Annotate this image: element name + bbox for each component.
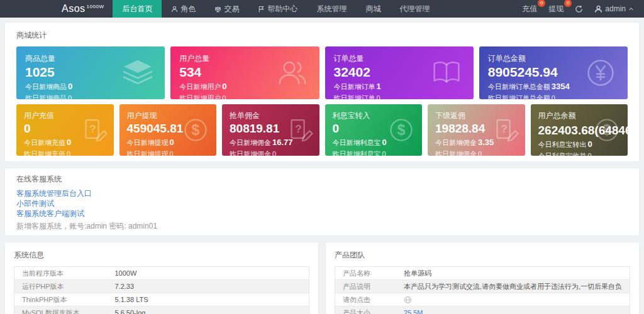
menu-item-help-center[interactable]: 帮助中心 xyxy=(248,0,307,18)
stat-card-users-total: 用户总量 534 今日新增用户0 昨日新增用户0 xyxy=(170,46,319,99)
menu-label: 系统管理 xyxy=(316,4,347,14)
layers-icon xyxy=(121,56,155,90)
page-content: 商城统计 商品总量 1025 今日新增商品0 昨日新增商品0 用户总量 534 … xyxy=(0,18,644,314)
stat-card-order-amount: 订单总金额 8905245.94 今日新增订单总金额3354 昨日新增订单总金额… xyxy=(479,46,628,99)
mall-stats-panel: 商城统计 商品总量 1025 今日新增商品0 昨日新增商品0 用户总量 534 … xyxy=(5,23,639,161)
svg-text:$: $ xyxy=(603,122,611,138)
order-doc-icon: ? xyxy=(284,116,313,144)
product-team-title: 产品团队 xyxy=(335,250,630,261)
yen-icon xyxy=(584,56,618,90)
card-line-yesterday: 昨日新增充值0 xyxy=(24,149,106,156)
service-admin-entry-link[interactable]: 客服系统管理后台入口 xyxy=(16,188,628,198)
card-line-yesterday: 昨日新增商品0 xyxy=(25,94,156,99)
dollar-icon: $ xyxy=(181,116,210,144)
refresh-icon[interactable] xyxy=(575,5,583,13)
table-row: 产品说明 本产品只为学习测试交流,请勿要做商业或者用于违法行为,一切后果自负 xyxy=(335,280,630,293)
scales-icon xyxy=(214,6,221,13)
card-line-yesterday: 昨日新增用户0 xyxy=(179,94,310,99)
order-doc-icon: ? xyxy=(79,116,108,144)
globe-icon[interactable] xyxy=(404,296,412,304)
withdraw-label: 提现 xyxy=(548,4,564,13)
row-label: 产品名称 xyxy=(335,267,396,280)
product-size-link[interactable]: 25.5M xyxy=(404,309,423,314)
card-line-yesterday: 昨日新增订单0 xyxy=(334,94,465,99)
chevron-up-icon xyxy=(628,6,634,12)
menu-label: 角色 xyxy=(180,4,196,14)
menu-item-mall[interactable]: 商城 xyxy=(356,0,390,18)
menu-label: 商城 xyxy=(365,4,380,14)
stat-card-grab-commission: 抢单佣金 80819.81 今日新增佣金16.77 昨日新增佣金0 ? xyxy=(222,104,319,156)
svg-text:$: $ xyxy=(397,122,406,138)
row-value: 5.6.50-log xyxy=(108,306,309,314)
row-value: 本产品只为学习测试交流,请勿要做商业或者用于违法行为,一切后果自负 xyxy=(396,280,630,293)
menu-item-agent-mgmt[interactable]: 代理管理 xyxy=(390,0,439,18)
menu-label: 交易 xyxy=(224,4,239,14)
card-line-yesterday: 昨日新增利息宝0 xyxy=(333,149,415,156)
flag-icon xyxy=(258,6,265,13)
withdraw-badge: 0 xyxy=(564,0,572,7)
main-menu: 后台首页 角色 交易 帮助中心 系统管理 商城 代理管理 xyxy=(113,0,439,18)
top-navbar: Asos1000W 后台首页 角色 交易 帮助中心 系统管理 商城 代理管理 充… xyxy=(0,0,644,18)
card-line-yesterday: 昨日新增佣金0 xyxy=(435,149,518,156)
stat-card-interest-in: 利息宝转入 0 今日新增利息宝0 昨日新增利息宝0 $ xyxy=(325,104,423,156)
widget-test-link[interactable]: 小部件测试 xyxy=(16,198,628,208)
small-cards-row: 用户充值 0 今日新增充值0 昨日新增充值0 ? 用户提现 459045.81 … xyxy=(11,104,633,156)
bottom-panels: 系统信息 当前程序版本 1000W 运行PHP版本 7.2.33 ThinkPH… xyxy=(5,242,639,314)
table-row: 产品名称 抢单源码 xyxy=(335,267,630,280)
service-client-test-link[interactable]: 客服系统客户端测试 xyxy=(16,208,628,219)
system-info-panel: 系统信息 当前程序版本 1000W 运行PHP版本 7.2.33 ThinkPH… xyxy=(5,242,318,314)
table-row: 当前程序版本 1000W xyxy=(14,267,309,280)
logo-version: 1000W xyxy=(87,4,104,9)
menu-label: 代理管理 xyxy=(399,4,430,14)
menu-label: 帮助中心 xyxy=(267,4,297,14)
table-row: ThinkPHP版本 5.1.38 LTS xyxy=(14,293,309,306)
card-line-yesterday: 今日利息宝收益0 xyxy=(538,151,621,156)
recharge-button[interactable]: 充值 0 xyxy=(522,4,537,14)
table-row: 产品大小 25.5M xyxy=(335,306,630,314)
row-value: 抢单源码 xyxy=(396,267,630,280)
dollar-icon: $ xyxy=(387,116,416,144)
menu-item-roles[interactable]: 角色 xyxy=(162,0,205,18)
app-logo: Asos1000W xyxy=(0,0,113,18)
menu-item-trade[interactable]: 交易 xyxy=(205,0,248,18)
dollar-icon: $ xyxy=(592,116,621,144)
withdraw-button[interactable]: 提现 0 xyxy=(548,4,564,14)
service-account-note: 新增客服系统，账号:admin 密码: admin01 xyxy=(16,222,628,231)
username: admin xyxy=(605,4,626,13)
table-row: 请勿点击 xyxy=(335,293,630,306)
stats-panel-title: 商城统计 xyxy=(11,29,633,46)
users-icon xyxy=(275,56,309,90)
online-service-panel: 在线客服系统 客服系统管理后台入口 小部件测试 客服系统客户端测试 新增客服系统… xyxy=(5,168,639,236)
row-value: 5.1.38 LTS xyxy=(108,293,309,306)
recharge-badge: 0 xyxy=(538,0,545,7)
user-menu[interactable]: admin xyxy=(594,4,634,13)
svg-text:?: ? xyxy=(295,122,302,135)
svg-text:?: ? xyxy=(89,122,96,135)
navbar-right: 充值 0 提现 0 admin xyxy=(522,0,644,18)
service-panel-title: 在线客服系统 xyxy=(16,174,628,185)
row-value: 1000W xyxy=(108,267,309,280)
row-label: 当前程序版本 xyxy=(14,267,108,280)
big-cards-row: 商品总量 1025 今日新增商品0 昨日新增商品0 用户总量 534 今日新增用… xyxy=(11,46,633,99)
table-row: MySQL数据库版本 5.6.50-log xyxy=(14,306,309,314)
stat-card-products-total: 商品总量 1025 今日新增商品0 昨日新增商品0 xyxy=(16,46,165,99)
recharge-label: 充值 xyxy=(522,4,537,13)
menu-label: 后台首页 xyxy=(122,4,152,14)
product-team-table: 产品名称 抢单源码 产品说明 本产品只为学习测试交流,请勿要做商业或者用于违法行… xyxy=(335,266,630,314)
table-row: 运行PHP版本 7.2.33 xyxy=(14,280,309,293)
product-team-panel: 产品团队 产品名称 抢单源码 产品说明 本产品只为学习测试交流,请勿要做商业或者… xyxy=(326,242,639,314)
menu-item-system-mgmt[interactable]: 系统管理 xyxy=(307,0,356,18)
menu-item-dashboard[interactable]: 后台首页 xyxy=(113,0,162,18)
system-info-table: 当前程序版本 1000W 运行PHP版本 7.2.33 ThinkPHP版本 5… xyxy=(14,266,309,314)
stat-card-user-withdraw: 用户提现 459045.81 今日新增提现0 昨日新增提现0 $ xyxy=(119,104,217,156)
row-label: 请勿点击 xyxy=(335,293,396,306)
stat-card-sub-rebate: 下级返佣 19828.84 今日新增佣金3.35 昨日新增佣金0 ? xyxy=(428,104,525,156)
stat-card-user-balance: 用户总余额 262403.68(64846.44) 今日利息宝转出0 今日利息宝… xyxy=(531,104,628,156)
row-value: 7.2.33 xyxy=(108,280,309,293)
row-label: MySQL数据库版本 xyxy=(14,306,108,314)
order-doc-icon: ? xyxy=(490,116,519,144)
card-line-yesterday: 昨日新增佣金0 xyxy=(230,149,312,156)
row-label: 运行PHP版本 xyxy=(14,280,108,293)
row-label: 产品说明 xyxy=(335,280,396,293)
person-icon xyxy=(594,5,602,13)
